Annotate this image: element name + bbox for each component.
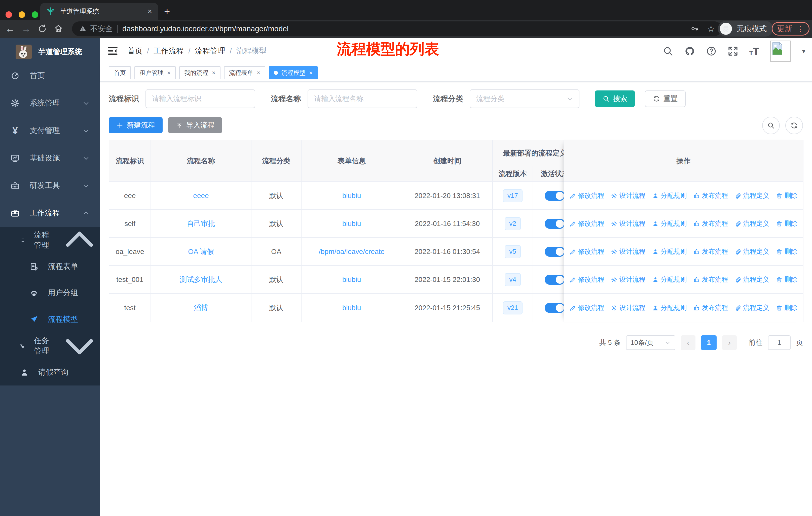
action-delete[interactable]: 删除 [776,219,798,228]
tag-my-process[interactable]: 我的流程 × [179,66,221,79]
breadcrumb-workflow[interactable]: 工作流程 [153,46,184,56]
back-icon[interactable]: ← [2,24,18,33]
action-assign-rule[interactable]: 分配规则 [652,219,687,228]
toggle-search-button[interactable] [762,117,780,134]
close-icon[interactable]: × [167,69,171,76]
action-modify-process[interactable]: 修改流程 [570,219,604,228]
action-design-process[interactable]: 设计流程 [611,219,646,228]
forward-icon[interactable]: → [18,24,34,33]
sidebar-item-infrastructure[interactable]: 基础设施 [0,144,100,172]
action-design-process[interactable]: 设计流程 [611,247,646,256]
process-key-input[interactable] [145,89,255,108]
import-process-button[interactable]: 导入流程 [168,117,222,133]
action-modify-process[interactable]: 修改流程 [570,303,604,312]
action-assign-rule[interactable]: 分配规则 [652,247,687,256]
action-publish-process[interactable]: 发布流程 [693,219,728,228]
action-delete[interactable]: 删除 [776,275,798,284]
form-info-link[interactable]: biubiu [342,276,361,284]
prev-page-button[interactable]: ‹ [681,335,695,350]
form-info-link[interactable]: /bpm/oa/leave/create [319,248,385,256]
close-window-button[interactable] [5,11,12,18]
page-number-1[interactable]: 1 [701,335,717,350]
minimize-window-button[interactable] [19,11,25,18]
search-icon[interactable] [663,46,673,56]
next-page-button[interactable]: › [722,335,737,350]
action-process-definition[interactable]: 流程定义 [735,219,770,228]
github-icon[interactable] [685,46,695,56]
zoom-window-button[interactable] [32,11,38,18]
process-name-input[interactable] [308,89,417,108]
user-avatar[interactable] [770,40,791,62]
sidebar-item-system[interactable]: 系统管理 [0,89,100,117]
sidebar-item-payment[interactable]: ¥ 支付管理 [0,117,100,144]
sidebar-item-process-management[interactable]: 流程管理 [0,227,100,253]
action-process-definition[interactable]: 流程定义 [735,275,770,284]
action-design-process[interactable]: 设计流程 [611,191,646,200]
close-icon[interactable]: × [212,69,215,76]
action-process-definition[interactable]: 流程定义 [735,303,770,312]
reset-button[interactable]: 重置 [645,90,686,107]
tag-tenant[interactable]: 租户管理 × [135,66,176,79]
sidebar-item-home[interactable]: 首页 [0,62,100,89]
action-modify-process[interactable]: 修改流程 [570,191,604,200]
create-process-button[interactable]: 新建流程 [109,117,163,133]
tag-process-form[interactable]: 流程表单 × [224,66,265,79]
active-toggle[interactable] [545,191,565,201]
action-design-process[interactable]: 设计流程 [611,275,646,284]
breadcrumb-process-management[interactable]: 流程管理 [195,46,225,56]
tab-close-icon[interactable]: × [147,7,152,15]
font-size-icon[interactable]: TT [749,46,759,56]
tag-process-model[interactable]: 流程模型 × [269,66,318,79]
tag-home[interactable]: 首页 [109,66,131,79]
browser-menu-icon[interactable]: ⋮ [796,24,804,33]
browser-update-button[interactable]: 更新 ⋮ [772,22,810,35]
page-size-select[interactable]: 10条/页 [626,335,675,350]
process-name-link[interactable]: 滔博 [194,303,208,313]
action-delete[interactable]: 删除 [776,303,798,312]
sidebar-item-task-management[interactable]: 任务管理 [0,332,100,359]
refresh-table-button[interactable] [785,117,803,134]
sidebar-item-user-group[interactable]: 用户分组 [0,280,100,306]
process-name-link[interactable]: OA 请假 [188,247,214,256]
form-info-link[interactable]: biubiu [342,304,361,312]
process-name-link[interactable]: 测试多审批人 [180,275,222,284]
action-delete[interactable]: 删除 [776,247,798,256]
form-info-link[interactable]: biubiu [342,220,361,228]
help-icon[interactable] [706,46,717,56]
active-toggle[interactable] [545,219,565,229]
action-publish-process[interactable]: 发布流程 [693,191,728,200]
active-toggle[interactable] [545,303,565,313]
process-name-link[interactable]: eeee [193,192,209,200]
new-tab-button[interactable]: + [164,6,170,16]
fullscreen-icon[interactable] [728,46,738,56]
action-process-definition[interactable]: 流程定义 [735,191,770,200]
close-icon[interactable]: × [257,69,260,76]
security-chip[interactable]: 不安全 [79,24,113,34]
action-publish-process[interactable]: 发布流程 [693,275,728,284]
sidebar-item-leave-query[interactable]: 请假查询 [0,359,100,385]
action-publish-process[interactable]: 发布流程 [693,247,728,256]
caret-down-icon[interactable]: ▾ [802,47,806,55]
sidebar-item-process-form[interactable]: 流程表单 [0,253,100,280]
action-assign-rule[interactable]: 分配规则 [652,191,687,200]
process-category-select[interactable]: 流程分类 [470,89,579,108]
home-icon[interactable] [50,24,66,33]
breadcrumb-home[interactable]: 首页 [127,46,142,56]
action-assign-rule[interactable]: 分配规则 [652,275,687,284]
browser-tab[interactable]: 芋道管理系统 × [40,3,158,20]
action-modify-process[interactable]: 修改流程 [570,247,604,256]
menu-fold-icon[interactable] [107,45,118,56]
url-text[interactable]: dashboard.yudao.iocoder.cn/bpm/manager/m… [122,24,686,33]
action-assign-rule[interactable]: 分配规则 [652,303,687,312]
close-icon[interactable]: × [309,69,313,76]
action-process-definition[interactable]: 流程定义 [735,247,770,256]
action-design-process[interactable]: 设计流程 [611,303,646,312]
password-key-icon[interactable] [691,25,699,33]
sidebar-item-dev-tools[interactable]: 研发工具 [0,172,100,199]
bookmark-star-icon[interactable]: ☆ [707,24,715,34]
action-modify-process[interactable]: 修改流程 [570,275,604,284]
reload-icon[interactable] [34,24,50,33]
search-button[interactable]: 搜索 [595,90,635,107]
action-publish-process[interactable]: 发布流程 [693,303,728,312]
form-info-link[interactable]: biubiu [342,192,361,200]
